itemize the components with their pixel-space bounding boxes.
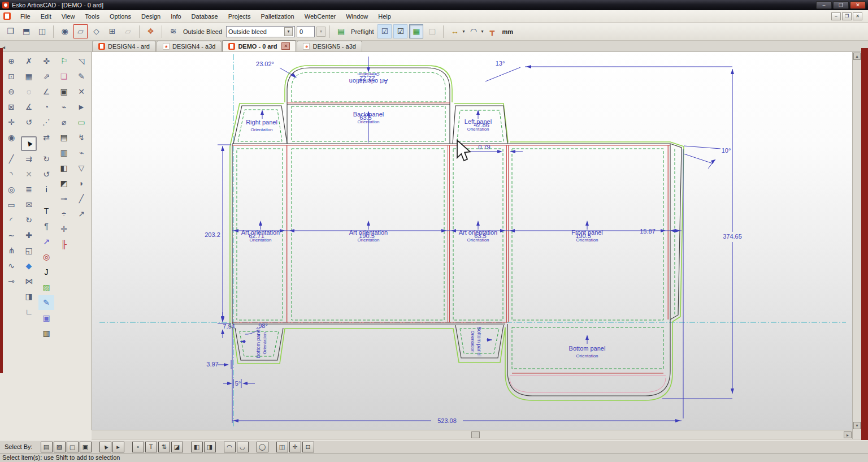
panel-a-tool[interactable]: ▤: [56, 130, 72, 145]
rotate-cw-tool[interactable]: ↻: [38, 152, 54, 166]
flag-tool[interactable]: ⚐: [56, 54, 72, 68]
select-crossing-button[interactable]: ◨: [204, 442, 216, 452]
copy-design-button[interactable]: ▱: [73, 24, 88, 38]
snapshot-button[interactable]: ◉: [58, 24, 72, 38]
d-curve-tool[interactable]: ◗: [73, 176, 89, 191]
select-inside-button[interactable]: ◧: [191, 442, 203, 452]
curve-tool[interactable]: ∼: [3, 228, 19, 243]
menu-projects[interactable]: Projects: [223, 11, 256, 21]
menu-design[interactable]: Design: [136, 11, 166, 21]
angle-rays-tool[interactable]: ∡: [21, 100, 37, 114]
datum-tool[interactable]: ╟: [56, 237, 72, 252]
hatch-tool[interactable]: ▨: [38, 280, 54, 295]
select-by-solid-button[interactable]: ▣: [80, 442, 92, 452]
layers-tool[interactable]: ≣: [21, 182, 37, 197]
outside-bleed-select[interactable]: Outside bleed ▾: [226, 26, 295, 37]
panel-b-tool[interactable]: ▥: [56, 145, 72, 160]
rotate-ccw-tool[interactable]: ↺: [38, 167, 54, 182]
zigzag-tool[interactable]: ↯: [73, 130, 89, 145]
select-fill-button[interactable]: ◪: [171, 442, 183, 452]
convert-to-3d-button[interactable]: ◇: [89, 24, 103, 38]
mdi-restore-button[interactable]: ❐: [842, 12, 852, 20]
move-tool[interactable]: ✚: [21, 228, 37, 243]
draft-tool[interactable]: ✎: [73, 69, 89, 84]
cube-3d-tool[interactable]: ◆: [21, 258, 37, 273]
duplicate-tool[interactable]: ◱: [21, 243, 37, 258]
select-window-zoom-button[interactable]: ◫: [276, 442, 288, 452]
angle-tool[interactable]: ∠: [38, 84, 54, 99]
scroll-down-icon[interactable]: ▾: [853, 422, 861, 429]
menu-file[interactable]: File: [15, 11, 36, 21]
menu-window[interactable]: Window: [341, 11, 373, 21]
import-button[interactable]: ⬒: [19, 24, 33, 38]
convert-button[interactable]: ▱: [121, 24, 135, 38]
mdi-close-button[interactable]: ✕: [853, 12, 862, 20]
select-lasso-button[interactable]: ◯: [257, 442, 268, 452]
tab-scroll-left-icon[interactable]: ◂: [1, 44, 92, 50]
diameter-tool[interactable]: ⌀: [56, 115, 72, 129]
line-tool[interactable]: ╱: [3, 152, 19, 166]
select-by-group-button[interactable]: ▨: [54, 442, 66, 452]
circle-tool[interactable]: ◎: [3, 182, 19, 197]
vertical-scrollbar[interactable]: ▴ ▾: [852, 52, 861, 439]
construction-circle-tool[interactable]: ◌: [21, 84, 37, 99]
tab-design5-a3d[interactable]: ◕DESIGN5 - a3d: [297, 41, 362, 51]
select-text-button[interactable]: T: [145, 442, 157, 452]
select-center-button[interactable]: ✛: [289, 442, 301, 452]
bleed-offset-input[interactable]: 0: [297, 26, 315, 37]
offset-tool[interactable]: ⊸: [56, 191, 72, 206]
menu-tools[interactable]: Tools: [80, 11, 105, 21]
menu-info[interactable]: Info: [166, 11, 186, 21]
open-button[interactable]: ❒: [3, 24, 18, 38]
drawing-canvas[interactable]: 23.02° 13° 10° 0.79 203.2 374.65 523.08 …: [92, 52, 852, 430]
menu-edit[interactable]: Edit: [36, 11, 57, 21]
tab-close-icon[interactable]: ✕: [281, 42, 290, 50]
tab-design4-a3d[interactable]: ◕DESIGN4 - a3d: [157, 41, 222, 51]
rectangle-tool[interactable]: ▭: [3, 197, 19, 212]
delete-tool[interactable]: ✕: [21, 167, 37, 182]
bleed-offset-dropdown[interactable]: ▾: [316, 27, 326, 37]
delete-part-tool[interactable]: ✕: [73, 84, 89, 99]
zoom-extents-tool[interactable]: ⊠: [3, 100, 19, 114]
copy-tool[interactable]: ◨: [21, 289, 37, 304]
zoom-window-tool[interactable]: ⊡: [3, 69, 19, 84]
center-tool[interactable]: ✛: [56, 222, 72, 236]
unhook-tool[interactable]: ↺: [21, 115, 37, 129]
resize-tool[interactable]: ⇗: [38, 69, 54, 84]
note-tool[interactable]: ✉: [21, 197, 37, 212]
half-panel-tool[interactable]: ◧: [56, 161, 72, 175]
autopanel-tool[interactable]: ▣: [38, 310, 54, 325]
grid-view-button[interactable]: ▦: [409, 24, 423, 38]
info-tool[interactable]: i: [38, 182, 54, 197]
grid-disabled-button[interactable]: ▢: [425, 24, 439, 38]
select-dashed-button[interactable]: ▫: [132, 442, 144, 452]
checklist-1-button[interactable]: ☑: [377, 24, 392, 38]
copy-sheet-tool[interactable]: ❏: [56, 69, 72, 84]
tab-design4-ard[interactable]: DESIGN4 - ard: [92, 41, 156, 51]
menu-webcenter[interactable]: WebCenter: [300, 11, 341, 21]
menu-view[interactable]: View: [57, 11, 80, 21]
horizontal-scrollbar-thumb[interactable]: [471, 431, 480, 438]
multi-select-tool[interactable]: ⇉: [21, 152, 37, 166]
stretch-tool[interactable]: ⋰: [38, 115, 54, 129]
menu-options[interactable]: Options: [105, 11, 136, 21]
corner-panel-tool[interactable]: ◩: [56, 176, 72, 191]
mill-tool[interactable]: ▦: [21, 69, 37, 84]
structure-button[interactable]: ⊞: [105, 24, 119, 38]
point-select-tool[interactable]: ✜: [38, 54, 54, 68]
arc-tool[interactable]: ◝: [3, 167, 19, 182]
branch-tool[interactable]: ⋔: [3, 243, 19, 258]
board-tool[interactable]: ▭: [73, 115, 89, 129]
bleed-layers-button[interactable]: ≋: [166, 24, 180, 38]
select-extents-button[interactable]: ⊡: [302, 442, 314, 452]
view-mode-tool[interactable]: ◉: [3, 130, 19, 145]
lasso-button[interactable]: ◠: [466, 24, 480, 38]
fillet-tool[interactable]: ◜: [3, 213, 19, 227]
select-tool[interactable]: ►: [21, 136, 37, 151]
chevron-down-icon[interactable]: ▾: [481, 29, 483, 34]
corner-arc-tool[interactable]: ◹: [73, 54, 89, 68]
slant-tool[interactable]: ╱: [73, 191, 89, 206]
select-by-window-button[interactable]: ▢: [67, 442, 79, 452]
connect-tool[interactable]: ⌁: [56, 100, 72, 114]
scroll-right-icon[interactable]: ▸: [844, 431, 852, 438]
